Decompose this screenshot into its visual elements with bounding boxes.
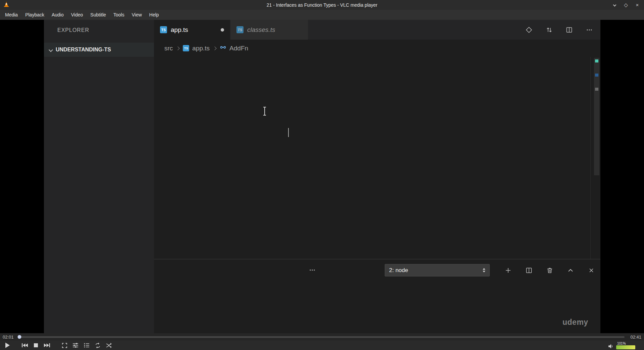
menu-video[interactable]: Video (67, 11, 87, 19)
volume-slider[interactable] (616, 345, 635, 349)
chevron-right-icon (213, 46, 216, 50)
vlc-seek-row: 02:01 02:41 (0, 333, 644, 341)
terminal-shell-select[interactable]: 2: node (385, 264, 490, 276)
select-arrows-icon (483, 268, 485, 272)
tab-label: classes.ts (247, 26, 275, 34)
terminal-panel: 2: node (154, 259, 600, 333)
minimize-button[interactable] (612, 2, 617, 8)
stop-button[interactable] (32, 341, 40, 349)
editor-tabbar: TS app.ts TS classes.ts (154, 20, 600, 40)
chevron-right-icon (176, 46, 180, 50)
shell-select-value: 2: node (389, 267, 408, 274)
editor-area: TS app.ts TS classes.ts (154, 20, 600, 333)
maximize-button[interactable]: ◇ (623, 2, 629, 8)
previous-button[interactable] (21, 341, 29, 349)
loop-button[interactable] (94, 341, 102, 349)
open-changes-icon[interactable] (525, 26, 533, 34)
code-lines[interactable] (154, 57, 590, 259)
shuffle-button[interactable] (105, 341, 113, 349)
vlc-window: 21 - Interfaces as Function Types - VLC … (0, 0, 644, 350)
symbol-interface-icon (220, 44, 226, 52)
new-terminal-icon[interactable] (504, 267, 512, 274)
volume-control[interactable]: 101% (608, 342, 635, 349)
volume-percent: 101% (617, 342, 626, 345)
total-time: 02:41 (628, 335, 641, 340)
breadcrumb-item-file[interactable]: app.ts (192, 45, 210, 52)
menu-media[interactable]: Media (1, 11, 21, 19)
elapsed-time: 02:01 (3, 335, 16, 340)
root-folder-label: UNDERSTANDING-TS (56, 47, 111, 53)
ts-file-icon: TS (160, 26, 167, 33)
explorer-sidebar: EXPLORER UNDERSTANDING-TS (44, 20, 154, 333)
vlc-titlebar: 21 - Interfaces as Function Types - VLC … (0, 0, 644, 10)
explorer-title: EXPLORER (57, 27, 89, 33)
overview-mark (595, 74, 598, 77)
close-panel-icon[interactable] (588, 267, 595, 274)
ts-file-icon: TS (236, 26, 244, 33)
menu-playback[interactable]: Playback (21, 11, 48, 19)
kill-terminal-icon[interactable] (546, 267, 553, 274)
split-terminal-icon[interactable] (525, 267, 533, 274)
vlc-controls: 101% (0, 341, 644, 350)
maximize-panel-icon[interactable] (567, 267, 574, 274)
next-button[interactable] (43, 341, 51, 349)
chevron-down-icon (49, 48, 53, 52)
breadcrumb-item-symbol[interactable]: AddFn (229, 45, 248, 52)
split-editor-icon[interactable] (566, 26, 573, 34)
panel-more-actions-icon[interactable] (308, 266, 316, 274)
text-cursor (288, 128, 289, 137)
editor-actions (525, 20, 593, 40)
tab-label: app.ts (171, 26, 188, 34)
menu-view[interactable]: View (128, 11, 146, 19)
overview-mark (595, 88, 598, 91)
close-button[interactable]: × (635, 2, 640, 8)
seek-slider[interactable] (19, 336, 625, 338)
menu-audio[interactable]: Audio (48, 11, 67, 19)
menu-tools[interactable]: Tools (110, 11, 128, 19)
tree-root-understanding-ts[interactable]: UNDERSTANDING-TS (44, 43, 154, 57)
ts-file-icon: TS (183, 45, 189, 51)
chevron-down-icon (613, 3, 616, 7)
compare-changes-icon[interactable] (545, 26, 553, 34)
window-title: 21 - Interfaces as Function Types - VLC … (0, 2, 644, 8)
tab-app-ts[interactable]: TS app.ts (154, 20, 230, 40)
speaker-icon (608, 343, 614, 349)
terminal-output[interactable] (168, 286, 587, 333)
modified-dot-icon[interactable] (221, 28, 224, 32)
mouse-cursor (262, 106, 267, 117)
breadcrumb: src TS app.ts AddFn (154, 40, 590, 57)
play-button[interactable] (3, 341, 11, 349)
extended-settings-button[interactable] (71, 341, 79, 349)
overview-mark (595, 59, 598, 62)
playlist-button[interactable] (83, 341, 91, 349)
menu-subtitle[interactable]: Subtitle (87, 11, 110, 19)
overview-ruler[interactable] (590, 57, 600, 259)
udemy-watermark: udemy (562, 318, 588, 327)
fullscreen-button[interactable] (60, 341, 68, 349)
menu-help[interactable]: Help (146, 11, 163, 19)
vscode-screen: EXPLORER UNDERSTANDING-TS TS app.ts TS (44, 20, 600, 333)
tab-classes-ts[interactable]: TS classes.ts (230, 20, 308, 40)
panel-actions (504, 264, 595, 276)
more-actions-icon[interactable] (586, 26, 593, 34)
seek-handle[interactable] (18, 335, 21, 339)
breadcrumb-item-src[interactable]: src (164, 45, 173, 52)
vlc-menubar: MediaPlaybackAudioVideoSubtitleToolsView… (0, 10, 644, 20)
video-area[interactable]: EXPLORER UNDERSTANDING-TS TS app.ts TS (0, 20, 644, 333)
